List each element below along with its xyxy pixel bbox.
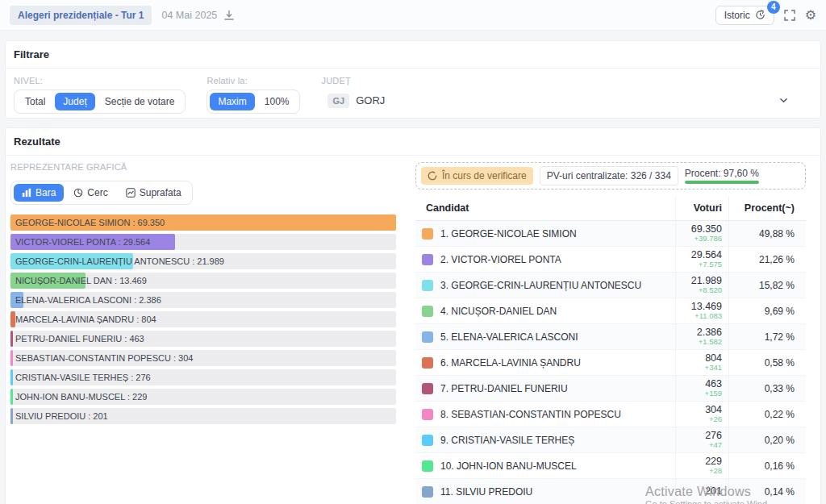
candidate-name: 10. JOHN-ION BANU-MUSCEL <box>440 460 577 472</box>
candidate-bar-label: GEORGE-CRIN-LAURENȚIU ANTONESCU : 21.989 <box>15 253 224 269</box>
relativ-field: Relativ la: Maxim 100% <box>206 76 300 114</box>
judet-select[interactable]: GJ GORJ <box>321 90 812 111</box>
candidate-color-chip <box>422 486 433 498</box>
chart-type-bara-label: Bara <box>35 187 56 198</box>
election-badge[interactable]: Alegeri prezidențiale - Tur 1 <box>10 6 152 25</box>
table-row: 4. NICUȘOR-DANIEL DAN 13.469 +11.083 9,6… <box>415 298 806 324</box>
candidate-color-chip <box>422 409 433 420</box>
candidate-bar-row: GEORGE-CRIN-LAURENȚIU ANTONESCU : 21.989 <box>10 253 396 269</box>
candidate-votes-delta: +47 <box>676 441 722 450</box>
candidate-votes: 463 <box>676 378 722 389</box>
chart-type-bara[interactable]: Bara <box>14 184 64 202</box>
fullscreen-icon[interactable] <box>784 10 795 21</box>
filter-title: Filtrare <box>6 41 820 69</box>
candidate-name: 2. VICTOR-VIOREL PONTA <box>440 254 561 265</box>
nivel-option-sectie[interactable]: Secție de votare <box>97 93 183 110</box>
candidate-votes: 29.564 <box>676 249 722 260</box>
table-row: 5. ELENA-VALERICA LASCONI 2.386 +1.582 1… <box>415 324 806 350</box>
results-title: Rezultate <box>6 128 820 156</box>
candidate-bar-row: NICUȘOR-DANIEL DAN : 13.469 <box>10 273 396 289</box>
results-section: Rezultate REPREZENTARE GRAFICĂ Bara <box>5 127 821 504</box>
candidate-bar-row: ELENA-VALERICA LASCONI : 2.386 <box>10 292 396 308</box>
percent-label: Procent: 97,60 % <box>685 168 759 179</box>
relativ-option-maxim[interactable]: Maxim <box>210 93 254 110</box>
candidate-bar-label: SEBASTIAN-CONSTANTIN POPESCU : 304 <box>15 350 193 366</box>
nivel-option-total[interactable]: Total <box>17 93 53 110</box>
candidate-name: 3. GEORGE-CRIN-LAURENȚIU ANTONESCU <box>440 280 641 291</box>
candidate-percent: 0,14 % <box>728 479 806 504</box>
election-date: 04 Mai 2025 <box>161 10 217 21</box>
candidate-votes-delta: +26 <box>676 415 722 424</box>
istoric-count-badge: 4 <box>767 1 780 14</box>
gear-icon[interactable]: ⚙ <box>805 9 816 22</box>
download-icon[interactable] <box>223 10 235 21</box>
candidate-votes-delta: +159 <box>676 389 722 398</box>
pie-chart-icon <box>73 188 83 198</box>
candidate-color-chip <box>422 280 433 291</box>
candidate-votes: 276 <box>676 430 722 441</box>
candidate-percent: 0,58 % <box>728 350 806 375</box>
area-chart-icon <box>126 188 136 198</box>
candidate-votes: 2.386 <box>676 327 722 338</box>
nivel-button-group: Total Județ Secție de votare <box>14 90 186 114</box>
candidate-color-chip <box>422 435 433 446</box>
graphic-representation-panel: REPREZENTARE GRAFICĂ Bara Cerc <box>10 162 396 427</box>
table-body: 1. GEORGE-NICOLAE SIMION 69.350 +39.786 … <box>415 221 806 504</box>
candidate-votes: 804 <box>676 352 722 364</box>
bar-chart-icon <box>22 188 31 198</box>
candidate-name: 1. GEORGE-NICOLAE SIMION <box>440 228 577 240</box>
header-voturi: Voturi <box>675 196 728 220</box>
candidate-color-chip <box>422 460 433 472</box>
candidate-percent: 21,26 % <box>728 247 806 272</box>
candidate-bar-row: PETRU-DANIEL FUNERIU : 463 <box>10 331 396 347</box>
nivel-option-judet[interactable]: Județ <box>55 93 94 110</box>
candidate-name: 9. CRISTIAN-VASILE TERHEȘ <box>440 435 574 446</box>
candidate-bar-row: MARCELA-LAVINIA ȘANDRU : 804 <box>10 311 396 327</box>
candidate-votes: 201 <box>676 485 722 497</box>
candidate-bar-fill <box>10 350 13 366</box>
candidate-percent: 0,33 % <box>728 376 806 401</box>
top-bar: Alegeri prezidențiale - Tur 1 04 Mai 202… <box>0 0 826 31</box>
table-row: 6. MARCELA-LAVINIA ȘANDRU 804 +341 0,58 … <box>415 350 806 376</box>
chart-type-cerc[interactable]: Cerc <box>65 184 115 202</box>
history-icon <box>755 10 766 20</box>
table-row: 8. SEBASTIAN-CONSTANTIN POPESCU 304 +26 … <box>415 402 806 427</box>
candidate-name: 7. PETRU-DANIEL FUNERIU <box>440 383 568 394</box>
candidate-bar-fill <box>10 369 13 385</box>
candidate-percent: 15,82 % <box>728 273 806 298</box>
candidate-bar-row: SEBASTIAN-CONSTANTIN POPESCU : 304 <box>10 350 396 366</box>
verify-status-badge: În curs de verificare <box>421 167 533 185</box>
istoric-label: Istoric <box>724 10 750 21</box>
candidate-color-chip <box>422 357 433 369</box>
pv-centralized-badge: PV-uri centralizate: 326 / 334 <box>540 166 678 185</box>
candidate-color-chip <box>422 383 433 394</box>
candidate-votes-delta: +28 <box>676 467 722 476</box>
judet-code-badge: GJ <box>327 94 349 108</box>
chart-type-suprafata[interactable]: Suprafata <box>118 184 190 202</box>
chart-type-button-group: Bara Cerc Suprafata <box>10 181 193 205</box>
candidate-bar-label: JOHN-ION BANU-MUSCEL : 229 <box>15 389 147 405</box>
candidate-percent: 49,88 % <box>728 221 806 246</box>
candidate-bar-fill <box>10 408 13 424</box>
candidate-votes: 304 <box>676 404 722 415</box>
table-row: 10. JOHN-ION BANU-MUSCEL 229 +28 0,16 % <box>415 453 806 479</box>
candidate-bar-row: GEORGE-NICOLAE SIMION : 69.350 <box>10 215 396 231</box>
chart-type-cerc-label: Cerc <box>87 187 107 198</box>
candidate-name: 8. SEBASTIAN-CONSTANTIN POPESCU <box>440 409 621 420</box>
candidate-percent: 0,22 % <box>728 402 806 427</box>
candidate-bar-row: JOHN-ION BANU-MUSCEL : 229 <box>10 389 396 405</box>
table-row: 2. VICTOR-VIOREL PONTA 29.564 +7.575 21,… <box>415 247 806 273</box>
relativ-option-100[interactable]: 100% <box>257 93 298 110</box>
candidate-bar-row: SILVIU PREDOIU : 201 <box>10 408 396 424</box>
table-row: 1. GEORGE-NICOLAE SIMION 69.350 +39.786 … <box>415 221 806 247</box>
istoric-button[interactable]: Istoric 4 <box>715 6 774 25</box>
spinner-icon <box>428 171 437 181</box>
candidate-percent: 9,69 % <box>728 298 806 323</box>
header-candidat: Candidat <box>415 196 675 220</box>
candidate-bar-label: PETRU-DANIEL FUNERIU : 463 <box>15 331 144 347</box>
candidate-votes: 21.989 <box>676 275 722 286</box>
candidate-percent: 0,16 % <box>728 453 806 478</box>
candidate-bar-label: SILVIU PREDOIU : 201 <box>15 408 108 424</box>
representation-label: REPREZENTARE GRAFICĂ <box>10 162 396 172</box>
candidates-table: Candidat Voturi Procent(~) 1. GEORGE-NIC… <box>415 196 806 504</box>
